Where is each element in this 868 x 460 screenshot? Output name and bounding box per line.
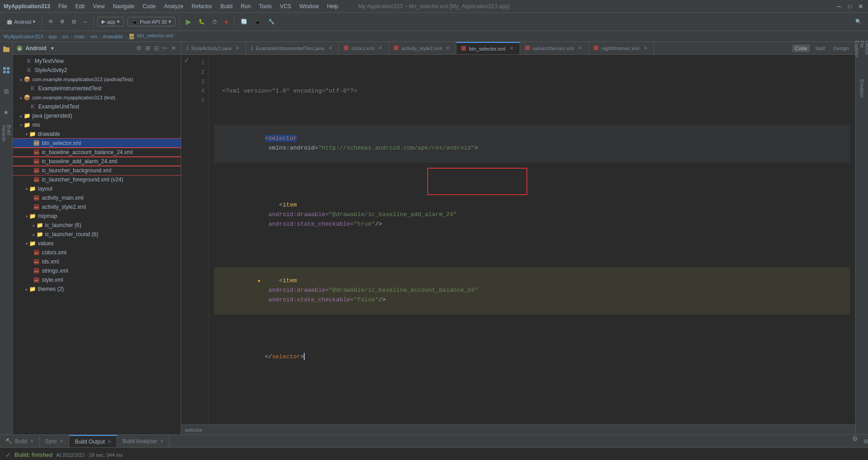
- tree-activity-style2[interactable]: xml activity_style2.xml: [13, 202, 181, 212]
- tree-ic-account[interactable]: xml ic_baseline_account_balance_24.xml: [13, 148, 181, 157]
- sync-icon[interactable]: ⟳: [46, 17, 56, 26]
- menu-file[interactable]: File: [55, 2, 71, 10]
- tab-close4[interactable]: ✕: [444, 45, 451, 52]
- code-view-btn[interactable]: Code: [792, 45, 810, 52]
- api-dropdown[interactable]: 📱 Pixel API 30 ▾: [128, 17, 175, 26]
- tree-drawable[interactable]: ▾ 📁 drawable: [13, 129, 181, 139]
- tab-sync[interactable]: Sync ✕: [40, 435, 70, 447]
- build-tab-close[interactable]: ✕: [30, 439, 34, 444]
- tree-ic-alarm[interactable]: xml ic_baseline_add_alarm_24.xml: [13, 157, 181, 166]
- run-btn[interactable]: ▶: [183, 16, 194, 28]
- menu-help[interactable]: Help: [323, 2, 342, 10]
- hide-icon[interactable]: ✕: [170, 44, 177, 52]
- menu-tools[interactable]: Tools: [255, 2, 276, 10]
- breadcrumb-app2[interactable]: app: [49, 34, 57, 39]
- build-variants-icon[interactable]: Build Variants: [1, 128, 11, 139]
- expand-icon[interactable]: ⊞: [144, 44, 151, 52]
- settings-icon[interactable]: ⚙: [57, 17, 67, 26]
- tree-res[interactable]: ▾ 📁 res: [13, 120, 181, 129]
- tab-close2[interactable]: ✕: [327, 45, 334, 52]
- tab-styleactivity2[interactable]: J StyleActivity2.java ✕: [181, 42, 246, 54]
- tab-values-themes[interactable]: values\themes.xml ✕: [520, 42, 589, 54]
- search-btn[interactable]: 🔍: [853, 17, 864, 26]
- tab-build-main[interactable]: 🔨 Build ✕: [0, 435, 40, 447]
- profile-btn[interactable]: ⏱: [209, 17, 220, 26]
- tab-colors[interactable]: colors.xml ✕: [339, 42, 389, 54]
- tree-themes[interactable]: ▸ 📁 themes (2): [13, 284, 181, 294]
- tree-instrumented[interactable]: K ExampleInstrumentedTest: [13, 84, 181, 93]
- gear-icon[interactable]: ⚙: [135, 44, 143, 52]
- tree-unittest[interactable]: K ExampleUnitTest: [13, 102, 181, 111]
- project-icon[interactable]: [1, 44, 12, 55]
- minimize-btn[interactable]: ─: [835, 3, 842, 10]
- tree-colors[interactable]: xml colors.xml: [13, 248, 181, 257]
- tab-close7[interactable]: ✕: [642, 45, 649, 52]
- menu-analyze[interactable]: Analyze: [160, 2, 187, 10]
- menu-vcs[interactable]: VCS: [276, 2, 295, 10]
- menu-window[interactable]: Window: [296, 2, 322, 10]
- tab-close6[interactable]: ✕: [577, 45, 584, 52]
- collapse-all-icon[interactable]: ⊟: [153, 44, 160, 52]
- tree-style[interactable]: xml style.xml: [13, 275, 181, 284]
- tree-styleactivity2[interactable]: K StyleActivity2: [13, 66, 181, 75]
- tree-values[interactable]: ▾ 📁 values: [13, 239, 181, 248]
- menu-code[interactable]: Code: [139, 2, 159, 10]
- sdk-btn[interactable]: 🔧: [266, 17, 277, 26]
- design-view-btn[interactable]: Design: [831, 45, 852, 52]
- tree-activity-main[interactable]: xml activity_main.xml: [13, 193, 181, 202]
- bottom-settings-icon[interactable]: ⚙: [848, 435, 862, 447]
- menu-build[interactable]: Build: [217, 2, 236, 10]
- tree-btn-selector[interactable]: xml btn_selector.xml: [13, 139, 181, 148]
- avd-btn[interactable]: 📱: [252, 17, 264, 26]
- tab-build-analyzer[interactable]: Build Analyzer ✕: [117, 435, 169, 447]
- tree-test[interactable]: ▸ 📦 com.example.myapplication313 (test): [13, 93, 181, 102]
- sync-tab-close[interactable]: ✕: [60, 439, 63, 444]
- sync-project-btn[interactable]: 🔄: [238, 17, 250, 26]
- tree-strings[interactable]: xml strings.xml: [13, 266, 181, 275]
- tree-ids[interactable]: xml ids.xml: [13, 257, 181, 266]
- tab-close3[interactable]: ✕: [377, 45, 384, 52]
- breadcrumb-file[interactable]: xml btn_selector.xml: [128, 33, 174, 39]
- app-config-dropdown[interactable]: ▶ app ▾: [97, 17, 124, 26]
- tab-build-output[interactable]: Build Output ✕: [69, 435, 117, 447]
- menu-view[interactable]: View: [89, 2, 108, 10]
- resource-manager-icon[interactable]: [1, 65, 12, 76]
- tree-androidtest[interactable]: ▸ 📦 com.example.myapplication313 (androi…: [13, 75, 181, 84]
- minus-icon[interactable]: ─: [81, 17, 90, 26]
- stop-btn[interactable]: ■: [222, 17, 230, 26]
- tree-ic-launcher-fg[interactable]: xml ic_launcher_foreground.xml (v24): [13, 175, 181, 184]
- collapse-icon[interactable]: ⊟: [69, 17, 79, 26]
- menu-run[interactable]: Run: [237, 2, 255, 10]
- build-analyzer-tab-close[interactable]: ✕: [160, 439, 163, 444]
- emulator-icon[interactable]: Emulator: [858, 83, 865, 94]
- tab-btn-selector[interactable]: btn_selector.xml ✕: [456, 42, 520, 54]
- debug-btn[interactable]: 🐛: [196, 17, 208, 26]
- tab-close[interactable]: ✕: [234, 45, 241, 52]
- menu-navigate[interactable]: Navigate: [109, 2, 138, 10]
- maximize-btn[interactable]: □: [846, 3, 853, 10]
- tree-layout[interactable]: ▾ 📁 layout: [13, 184, 181, 193]
- tree-ic-launcher-round[interactable]: ▸ 📁 ic_launcher_round (6): [13, 230, 181, 239]
- breadcrumb-res[interactable]: res: [90, 34, 97, 39]
- breadcrumb-drawable[interactable]: drawable: [102, 34, 123, 39]
- structure-icon[interactable]: ⊞: [1, 86, 12, 97]
- breadcrumb-src[interactable]: src: [62, 34, 69, 39]
- tab-close5[interactable]: ✕: [508, 45, 515, 52]
- menu-edit[interactable]: Edit: [71, 2, 88, 10]
- tree-mytextview[interactable]: K MyTextView: [13, 57, 181, 66]
- code-content[interactable]: <?xml version="1.0" encoding="utf-8"?> <…: [209, 55, 855, 424]
- tab-exampleinstrumented[interactable]: J ExampleInstrumentedTest.java ✕: [246, 42, 339, 54]
- tab-night-themes[interactable]: night\themes.xml ✕: [589, 42, 654, 54]
- scroll-icon[interactable]: ⊢: [162, 44, 168, 52]
- split-view-btn[interactable]: Split: [812, 45, 827, 52]
- breadcrumb-main[interactable]: main: [74, 34, 85, 39]
- tree-ic-launcher-bg[interactable]: xml ic_launcher_background.xml: [13, 166, 181, 175]
- build-output-tab-close[interactable]: ✕: [107, 439, 111, 444]
- favorites-icon[interactable]: ★: [1, 107, 12, 118]
- close-btn[interactable]: ✕: [857, 3, 864, 10]
- device-file-explorer-icon[interactable]: Device File Explorer: [853, 44, 868, 55]
- tree-mipmap[interactable]: ▾ 📁 mipmap: [13, 212, 181, 221]
- tree-ic-launcher[interactable]: ▸ 📁 ic_launcher (6): [13, 221, 181, 230]
- expand-panel-icon[interactable]: ⊞: [863, 438, 868, 444]
- android-dropdown[interactable]: 🤖 Android ▾: [4, 17, 38, 26]
